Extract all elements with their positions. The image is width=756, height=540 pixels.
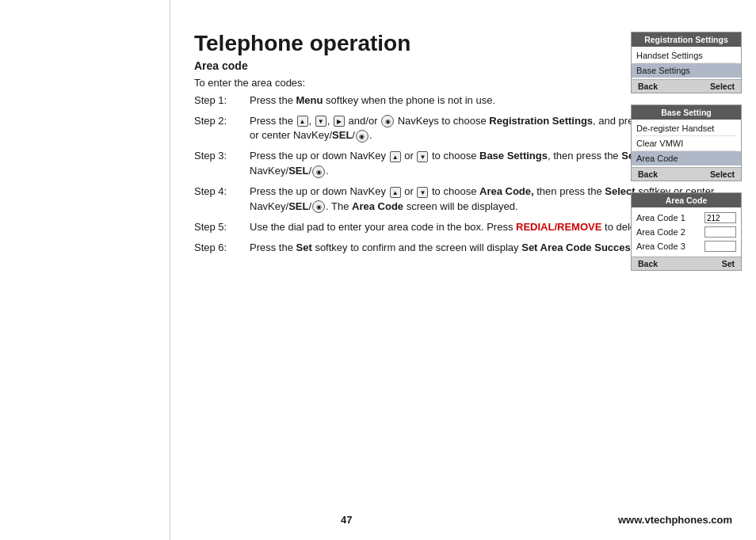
panel2-row-3-highlighted: Area Code	[632, 151, 741, 165]
panel3-footer: Back Set	[632, 257, 741, 270]
step-1-label: Step 1:	[194, 93, 250, 108]
panel1-select-button[interactable]: Select	[710, 82, 735, 91]
area-code-row-3: Area Code 3	[636, 239, 736, 253]
page-number: 47	[341, 514, 352, 526]
redial-text: REDIAL/REMOVE	[516, 221, 601, 233]
area-code-row-2: Area Code 2	[636, 225, 736, 239]
panel3-header: Area Code	[632, 193, 741, 207]
panel-registration-settings: Registration Settings Handset Settings B…	[631, 32, 742, 93]
nav-sel-icon2: ◉	[356, 130, 368, 143]
panel1-back-button[interactable]: Back	[638, 82, 658, 91]
page-footer: 47 www.vtechphones.com	[170, 514, 756, 526]
panel2-header: Base Setting	[632, 105, 741, 120]
main-content: Telephone operation Area code To enter t…	[170, 0, 756, 540]
nav-up3-icon: ▲	[390, 187, 401, 198]
step-2-label: Step 2:	[194, 114, 250, 144]
phone-panels: Registration Settings Handset Settings B…	[631, 32, 742, 271]
panel-base-setting: Base Setting De-register Handset Clear V…	[631, 105, 742, 181]
nav-sel-icon: ◉	[381, 115, 394, 127]
panel-area-code: Area Code Area Code 1 Area Code 2 Area C…	[631, 192, 742, 271]
nav-right-icon: ▶	[334, 116, 345, 127]
nav-up-icon: ▲	[297, 116, 308, 127]
area-code-3-input[interactable]	[704, 241, 736, 252]
area-code-3-label: Area Code 3	[636, 241, 685, 251]
website-url: www.vtechphones.com	[618, 514, 732, 526]
panel1-row-1: Handset Settings	[636, 48, 736, 63]
panel2-row-1: De-register Handset	[636, 121, 736, 136]
nav-up2-icon: ▲	[390, 151, 401, 162]
panel2-back-button[interactable]: Back	[638, 169, 658, 179]
nav-dn2-icon: ▼	[417, 151, 428, 162]
panel3-body: Area Code 1 Area Code 2 Area Code 3	[632, 207, 741, 257]
panel1-footer: Back Select	[632, 79, 741, 93]
area-code-row-1: Area Code 1	[636, 211, 736, 225]
area-code-2-label: Area Code 2	[636, 227, 685, 237]
area-code-1-label: Area Code 1	[636, 213, 685, 222]
panel2-row-2: Clear VMWI	[636, 136, 736, 151]
step-6-label: Step 6:	[194, 241, 250, 256]
panel3-set-button[interactable]: Set	[722, 259, 735, 268]
left-margin	[0, 0, 170, 540]
panel1-body: Handset Settings Base Settings	[632, 47, 741, 79]
step-3-label: Step 3:	[194, 149, 250, 179]
nav-sel-icon4: ◉	[312, 200, 325, 213]
page-container: Telephone operation Area code To enter t…	[0, 0, 756, 540]
nav-dn3-icon: ▼	[417, 187, 428, 198]
step-5-label: Step 5:	[194, 220, 250, 235]
nav-sel-icon3: ◉	[312, 165, 325, 178]
nav-dn-icon: ▼	[315, 116, 326, 127]
panel3-back-button[interactable]: Back	[638, 259, 658, 268]
area-code-2-input[interactable]	[704, 226, 736, 238]
panel2-select-button[interactable]: Select	[710, 169, 735, 179]
panel1-row-2-highlighted: Base Settings	[632, 63, 741, 78]
area-code-1-input[interactable]	[704, 212, 736, 223]
panel2-footer: Back Select	[632, 167, 741, 181]
step-4-label: Step 4:	[194, 184, 250, 215]
panel1-header: Registration Settings	[632, 32, 741, 47]
panel2-body: De-register Handset Clear VMWI Area Code	[632, 120, 741, 167]
